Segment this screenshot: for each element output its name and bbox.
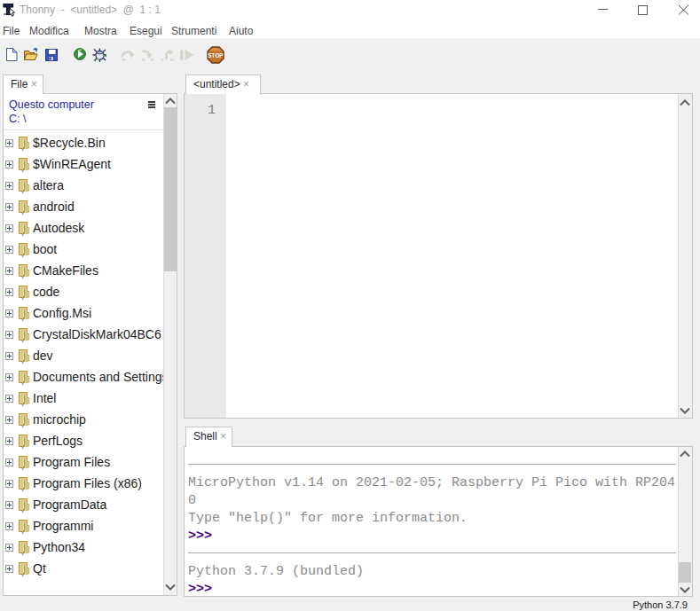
svg-text:STOP: STOP (208, 52, 224, 59)
